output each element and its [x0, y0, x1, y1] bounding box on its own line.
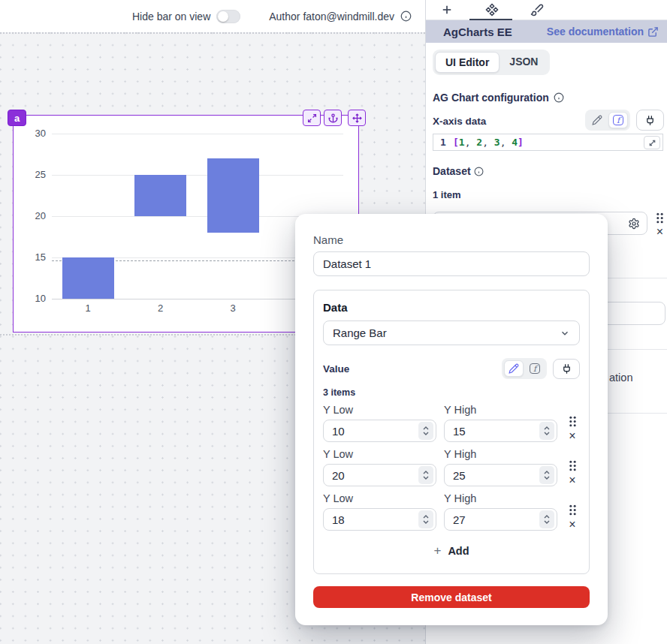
drag-handle-icon[interactable]: [569, 460, 577, 471]
value-row: Y Low 10 Y High 15 ×: [323, 404, 580, 442]
tab-styling[interactable]: [529, 2, 545, 18]
author-label: Author faton@windmill.dev: [269, 11, 394, 23]
pencil-icon: [509, 363, 519, 374]
component-id-badge: a: [8, 110, 26, 126]
remove-row-icon[interactable]: ×: [569, 430, 575, 442]
number-stepper[interactable]: [539, 422, 554, 440]
remove-dataset-button[interactable]: Remove dataset: [313, 586, 590, 608]
number-stepper[interactable]: [418, 466, 433, 484]
info-icon[interactable]: [474, 167, 484, 176]
y-high-label: Y High: [444, 404, 557, 416]
number-stepper[interactable]: [539, 510, 554, 528]
number-stepper[interactable]: [418, 510, 433, 528]
components-icon: [485, 3, 499, 17]
panel-tab-bar: [426, 0, 667, 20]
range-bar: [62, 257, 114, 299]
y-tick-label: 10: [21, 293, 46, 304]
remove-dataset-item-icon[interactable]: ×: [656, 226, 663, 238]
plug-icon: [561, 363, 572, 375]
drag-handle-icon[interactable]: [569, 504, 577, 516]
add-item-button[interactable]: + Add: [323, 541, 580, 560]
anchor-component-button[interactable]: [324, 110, 342, 126]
y-low-label: Y Low: [323, 448, 436, 460]
value-row: Y Low 20 Y High 25 ×: [323, 448, 580, 486]
code-content[interactable]: [1, 2, 3, 4]: [453, 137, 524, 148]
connect-input-button[interactable]: [553, 359, 580, 379]
x-tick-label: 2: [149, 302, 172, 314]
connect-input-button[interactable]: [636, 110, 664, 131]
function-edit-button[interactable]: f: [525, 360, 545, 377]
y-high-label: Y High: [444, 492, 557, 504]
active-tab-indicator: [469, 19, 512, 21]
plus-icon: [440, 3, 454, 17]
y-high-label: Y High: [444, 448, 557, 460]
gear-icon: [628, 218, 640, 230]
plug-icon: [644, 115, 656, 126]
items-count: 3 items: [323, 387, 580, 398]
function-edit-button[interactable]: f: [608, 112, 628, 128]
y-high-input[interactable]: 25: [444, 464, 557, 486]
dataset-name-input[interactable]: Dataset 1: [313, 251, 590, 276]
brush-icon: [530, 3, 544, 17]
y-low-label: Y Low: [323, 404, 436, 416]
dataset-section-title: Dataset: [433, 165, 664, 177]
diagonal-expand-icon: [648, 139, 656, 147]
info-icon[interactable]: [554, 92, 564, 103]
y-tick-label: 25: [21, 169, 46, 180]
remove-row-icon[interactable]: ×: [569, 474, 575, 486]
value-input-mode-group: f: [502, 358, 547, 379]
static-edit-button[interactable]: [587, 112, 607, 128]
expand-icon: [307, 113, 317, 123]
tab-json[interactable]: JSON: [499, 52, 548, 73]
editor-mode-switch: UI Editor JSON: [433, 50, 550, 75]
clipped-section-label: ation: [609, 372, 632, 384]
y-low-input[interactable]: 10: [323, 420, 436, 442]
x-tick-label: 1: [77, 302, 99, 314]
move-icon: [352, 113, 362, 123]
gridline: [52, 134, 343, 134]
pencil-icon: [592, 115, 602, 125]
drag-handle-icon[interactable]: [569, 416, 577, 427]
info-icon[interactable]: [400, 11, 412, 22]
tab-ui-editor[interactable]: UI Editor: [435, 52, 499, 73]
y-tick-label: 20: [21, 210, 46, 221]
dataset-count: 1 item: [433, 189, 664, 200]
number-stepper[interactable]: [539, 466, 554, 484]
y-high-input[interactable]: 27: [444, 508, 557, 531]
gridline: [52, 175, 343, 176]
code-line-number: 1: [433, 137, 453, 148]
y-low-label: Y Low: [323, 492, 436, 504]
dataset-editor-modal: Name Dataset 1 Data Range Bar Value f: [295, 214, 608, 625]
xaxis-input-mode-group: f: [585, 110, 630, 131]
tab-component-settings[interactable]: [484, 2, 500, 18]
chevron-down-icon: [560, 328, 570, 339]
expand-editor-button[interactable]: [644, 136, 660, 149]
data-section: Data Range Bar Value f 3: [313, 290, 590, 574]
range-bar: [134, 175, 186, 216]
drag-handle-icon[interactable]: [656, 212, 664, 224]
y-tick-label: 30: [21, 128, 46, 139]
name-label: Name: [313, 233, 590, 246]
function-icon: f: [613, 115, 623, 125]
tab-insert[interactable]: [439, 2, 455, 18]
remove-row-icon[interactable]: ×: [569, 519, 575, 531]
number-stepper[interactable]: [418, 422, 433, 440]
xaxis-code-editor[interactable]: 1 [1, 2, 3, 4]: [433, 134, 663, 151]
y-tick-label: 15: [21, 251, 46, 263]
move-component-button[interactable]: [348, 110, 366, 126]
function-icon: f: [530, 363, 540, 374]
chart-type-select[interactable]: Range Bar: [323, 320, 580, 345]
external-link-icon: [647, 26, 659, 38]
value-label: Value: [323, 363, 349, 375]
static-edit-button[interactable]: [504, 360, 524, 377]
xaxis-data-label: X-axis data: [433, 116, 486, 131]
hide-bar-label: Hide bar on view: [132, 11, 210, 23]
see-documentation-link[interactable]: See documentation: [547, 26, 659, 38]
range-bar: [207, 158, 259, 233]
hide-bar-toggle[interactable]: [216, 10, 240, 23]
value-row: Y Low 18 Y High 27 ×: [323, 492, 580, 531]
expand-component-button[interactable]: [303, 110, 321, 126]
y-low-input[interactable]: 18: [323, 508, 436, 531]
y-low-input[interactable]: 20: [323, 464, 436, 486]
y-high-input[interactable]: 15: [444, 420, 557, 442]
